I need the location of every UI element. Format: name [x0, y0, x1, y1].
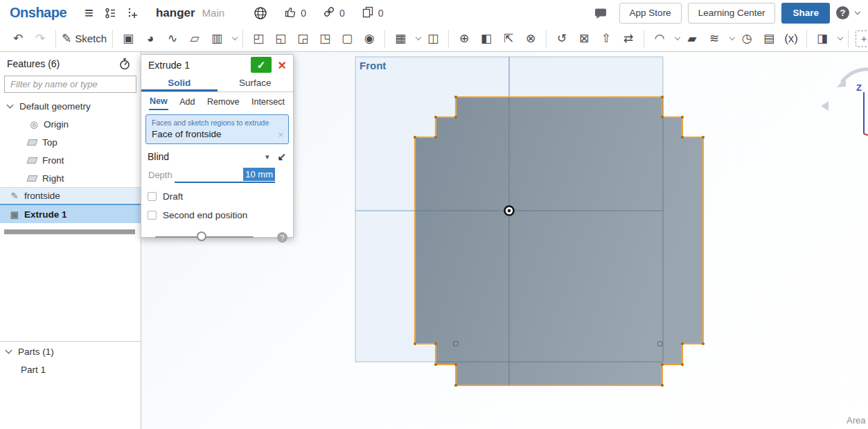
part-vertex[interactable] — [702, 342, 705, 345]
copy-counter[interactable]: 0 — [362, 6, 384, 20]
revolve-button[interactable]: ◕ — [141, 28, 160, 49]
end-type-dropdown[interactable]: Blind ▾ ↙ — [141, 147, 293, 165]
transform-button[interactable]: ⇱ — [499, 28, 518, 49]
loft-button[interactable]: ▱ — [185, 28, 204, 49]
confirm-button[interactable]: ✓ — [251, 57, 272, 73]
panel-splitter[interactable] — [0, 341, 141, 342]
tab-surface[interactable]: Surface — [218, 74, 294, 91]
mode-remove[interactable]: Remove — [206, 94, 240, 110]
draft-checkbox[interactable] — [148, 192, 157, 201]
surface-extrude-button[interactable]: ◠ — [650, 28, 669, 49]
part-vertex[interactable] — [702, 136, 705, 139]
part-vertex[interactable] — [434, 136, 437, 139]
part-vertex[interactable] — [661, 384, 664, 387]
mode-new[interactable]: New — [149, 94, 168, 110]
part-vertex[interactable] — [681, 116, 684, 119]
rollback-history-icon[interactable] — [118, 58, 131, 70]
thicken-chevron-down-icon[interactable] — [232, 34, 238, 40]
part-vertex[interactable] — [661, 96, 664, 98]
fill-button[interactable]: ◷ — [737, 28, 756, 49]
delete-part-button[interactable]: ⊗ — [521, 28, 540, 49]
help-chevron-down-icon[interactable] — [855, 9, 860, 15]
split-button[interactable]: ◧ — [477, 28, 496, 49]
sketch-button[interactable]: ✎Sketch — [62, 28, 107, 49]
hamburger-menu-icon[interactable]: ≡ — [85, 6, 94, 21]
move-face-button[interactable]: ⇧ — [596, 28, 616, 49]
part-vertex[interactable] — [454, 384, 457, 387]
feature-tree-item-front[interactable]: Front — [0, 151, 141, 169]
clear-selection-icon[interactable]: × — [278, 130, 283, 140]
dialog-help-icon[interactable]: ? — [277, 232, 287, 243]
mode-add[interactable]: Add — [179, 94, 195, 110]
thicken-button[interactable]: ▥ — [207, 28, 227, 49]
part-vertex[interactable] — [434, 363, 437, 366]
slider-handle[interactable] — [197, 231, 206, 241]
mode-intersect[interactable]: Intersect — [251, 94, 285, 110]
curve-chevron-down-icon[interactable] — [729, 34, 735, 40]
rotate-view-arrowhead-icon[interactable] — [837, 77, 846, 87]
sweep-button[interactable]: ∿ — [163, 28, 182, 49]
surface-extrude-chevron-down-icon[interactable] — [675, 34, 680, 40]
replace-face-button[interactable]: ⇄ — [619, 28, 638, 49]
feature-filter-input[interactable] — [4, 76, 136, 93]
rotate-left-arrow-icon[interactable] — [821, 101, 829, 111]
part-vertex[interactable] — [661, 116, 664, 119]
named-views-button[interactable]: ◨ — [813, 28, 832, 49]
variable-button[interactable]: (x) — [781, 28, 801, 49]
part-vertex[interactable] — [434, 116, 437, 119]
linear-pattern-chevron-down-icon[interactable] — [416, 34, 421, 40]
second-end-position-checkbox[interactable] — [148, 211, 157, 220]
draft-button[interactable]: ◲ — [293, 28, 312, 49]
help-icon[interactable]: ? — [836, 6, 849, 19]
shell-button[interactable]: ▢ — [337, 28, 357, 49]
curve-button[interactable]: ≋ — [705, 28, 724, 49]
feature-tree-item-origin[interactable]: ◎Origin — [0, 115, 141, 133]
part-vertex[interactable] — [414, 136, 416, 139]
rollback-bar[interactable] — [4, 229, 135, 234]
depth-input[interactable]: 10 mm — [175, 166, 275, 183]
linear-pattern-button[interactable]: ▦ — [391, 28, 410, 49]
sheet-metal-button[interactable]: ▤ — [759, 28, 779, 49]
part-vertex[interactable] — [454, 96, 457, 98]
mirror-button[interactable]: ◫ — [423, 28, 443, 49]
fillet-button[interactable]: ◰ — [249, 28, 268, 49]
feature-tree-item-top[interactable]: Top — [0, 133, 141, 151]
hole-button[interactable]: ◉ — [360, 28, 379, 49]
flip-direction-icon[interactable]: ↙ — [277, 150, 286, 163]
globe-icon[interactable] — [254, 6, 267, 20]
named-views-chevron-down-icon[interactable] — [838, 34, 843, 40]
boolean-button[interactable]: ⊕ — [454, 28, 474, 49]
onshape-logo[interactable]: Onshape — [10, 5, 67, 21]
chat-icon[interactable] — [594, 7, 608, 19]
plane-button[interactable]: ▰ — [682, 28, 702, 49]
part-vertex[interactable] — [454, 363, 457, 366]
like-counter[interactable]: 0 — [284, 6, 306, 20]
document-title[interactable]: hanger — [156, 6, 195, 20]
part-vertex[interactable] — [414, 342, 416, 345]
versions-icon[interactable] — [105, 7, 117, 19]
learning-center-button[interactable]: Learning Center — [688, 3, 776, 24]
parts-list-item-part-1[interactable]: Part 1 — [0, 360, 141, 378]
feature-tree-item-frontside[interactable]: ✎frontside — [0, 187, 141, 205]
undo-button[interactable]: ↶ — [8, 28, 28, 49]
extrude-button[interactable]: ▣ — [118, 28, 138, 49]
faces-selection-field[interactable]: Faces and sketch regions to extrude Face… — [145, 114, 289, 144]
share-button[interactable]: Share — [781, 3, 830, 24]
part-vertex[interactable] — [681, 342, 684, 345]
feature-tree-item-extrude-1[interactable]: ▣Extrude 1 — [0, 205, 141, 223]
part-vertex[interactable] — [681, 136, 684, 139]
part-face[interactable] — [415, 97, 703, 385]
insert-new-element-icon[interactable] — [127, 7, 139, 19]
delete-face-button[interactable]: ⊠ — [574, 28, 594, 49]
part-vertex[interactable] — [661, 363, 664, 366]
feature-tree-item-right[interactable]: Right — [0, 169, 141, 187]
part-vertex[interactable] — [434, 342, 437, 345]
redo-button[interactable]: ↷ — [30, 28, 50, 49]
cancel-button[interactable]: × — [275, 58, 289, 72]
feature-tree-item-default-geometry[interactable]: Default geometry — [0, 97, 141, 115]
tab-solid[interactable]: Solid — [141, 74, 218, 91]
workspace-name[interactable]: Main — [202, 7, 225, 19]
app-store-button[interactable]: App Store — [619, 3, 682, 24]
part-vertex[interactable] — [454, 116, 457, 119]
chamfer-button[interactable]: ◱ — [271, 28, 290, 49]
